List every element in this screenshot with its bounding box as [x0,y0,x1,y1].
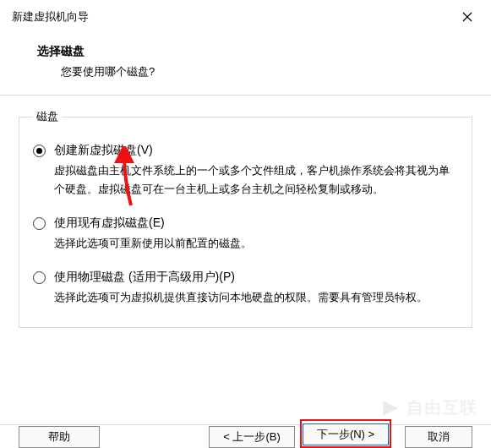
watermark: 自由互联 [379,396,477,419]
option-label-use-existing[interactable]: 使用现有虚拟磁盘(E) [54,216,165,231]
watermark-text: 自由互联 [406,396,477,419]
next-button[interactable]: 下一步(N) > [303,423,389,445]
option-create-new-disk: 创建新虚拟磁盘(V) 虚拟磁盘由主机文件系统上的一个或多个文件组成，客户机操作系… [33,143,458,199]
help-button[interactable]: 帮助 [19,426,100,448]
radio-use-existing-disk[interactable] [33,217,46,230]
option-body: 使用现有虚拟磁盘(E) 选择此选项可重新使用以前配置的磁盘。 [54,216,458,253]
back-button[interactable]: < 上一步(B) [209,426,295,448]
content-area: 磁盘 创建新虚拟磁盘(V) 虚拟磁盘由主机文件系统上的一个或多个文件组成，客户机… [0,96,491,328]
page-subtitle: 您要使用哪个磁盘? [37,64,491,79]
titlebar: 新建虚拟机向导 [0,0,491,32]
wizard-footer: 帮助 < 上一步(B) 下一步(N) > 取消 [0,424,491,448]
cancel-button[interactable]: 取消 [405,426,472,448]
option-label-create-new[interactable]: 创建新虚拟磁盘(V) [54,143,153,158]
next-button-highlight: 下一步(N) > [300,419,391,448]
close-button[interactable] [454,7,481,27]
window-title: 新建虚拟机向导 [12,9,89,25]
option-use-physical-disk: 使用物理磁盘 (适用于高级用户)(P) 选择此选项可为虚拟机提供直接访问本地硬盘… [33,270,458,307]
option-label-use-physical[interactable]: 使用物理磁盘 (适用于高级用户)(P) [54,270,235,285]
wizard-header: 选择磁盘 您要使用哪个磁盘? [0,32,491,95]
option-body: 使用物理磁盘 (适用于高级用户)(P) 选择此选项可为虚拟机提供直接访问本地硬盘… [54,270,458,307]
option-use-existing-disk: 使用现有虚拟磁盘(E) 选择此选项可重新使用以前配置的磁盘。 [33,216,458,253]
watermark-icon [379,397,401,419]
group-legend: 磁盘 [33,109,62,124]
page-title: 选择磁盘 [37,44,491,59]
radio-create-new-disk[interactable] [33,145,46,157]
close-icon [462,12,472,22]
option-desc-create-new: 虚拟磁盘由主机文件系统上的一个或多个文件组成，客户机操作系统会将其视为单个硬盘。… [54,161,458,199]
radio-use-physical-disk[interactable] [33,271,46,284]
disk-group: 磁盘 创建新虚拟磁盘(V) 虚拟磁盘由主机文件系统上的一个或多个文件组成，客户机… [19,109,472,328]
option-body: 创建新虚拟磁盘(V) 虚拟磁盘由主机文件系统上的一个或多个文件组成，客户机操作系… [54,143,458,199]
option-desc-use-physical: 选择此选项可为虚拟机提供直接访问本地硬盘的权限。需要具有管理员特权。 [54,288,458,307]
option-desc-use-existing: 选择此选项可重新使用以前配置的磁盘。 [54,234,458,253]
